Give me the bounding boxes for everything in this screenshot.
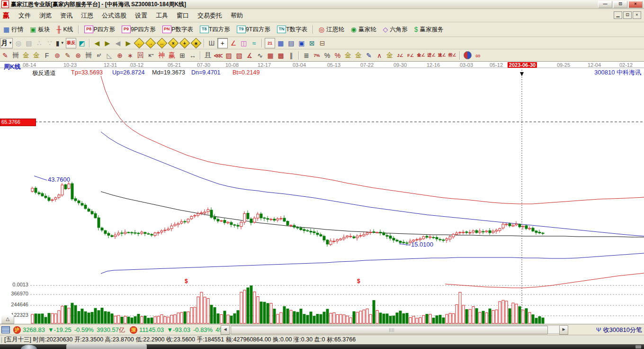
brush-tool[interactable]: ✎ — [0, 51, 10, 60]
extreme-reverse-channel-button[interactable]: 极反 — [66, 38, 76, 48]
last-page-button[interactable]: ▶ — [103, 38, 112, 48]
angle-measure-button[interactable]: ∠ — [229, 38, 238, 48]
gann-wheel-button[interactable]: ◎江恩轮 — [315, 24, 348, 35]
save-button[interactable]: ▣ — [297, 38, 306, 48]
next-page-button[interactable]: ▶ — [124, 38, 133, 48]
start-button[interactable] — [21, 345, 37, 349]
scroll-left-arrow[interactable]: ◀ — [221, 325, 230, 335]
grow-x-diamond-button[interactable]: → — [145, 37, 156, 48]
9t-square-button[interactable]: T99T四方形 — [233, 24, 274, 35]
dense-grid2-tool[interactable]: ▩ — [276, 51, 286, 60]
angle-fan-tool[interactable]: ∡ — [245, 51, 254, 60]
tick-grid-tool[interactable]: 卌 — [11, 51, 20, 60]
j-angle-tool[interactable]: J∠ — [395, 51, 405, 60]
child-close-button[interactable]: × — [633, 11, 641, 19]
quotes-grid-icon[interactable] — [1, 326, 10, 333]
ying-grid-tool[interactable]: 赢 — [167, 51, 177, 60]
f-angle-tool[interactable]: F∠ — [406, 51, 415, 60]
spiral-tool[interactable]: ⊚ — [53, 51, 62, 60]
shen-grid-tool[interactable]: 神 — [157, 51, 166, 60]
crosshair-button[interactable]: + — [217, 38, 228, 48]
gann-gold-grid-tool[interactable]: 金 — [21, 51, 31, 60]
menu-item-8[interactable]: 交易委托 — [193, 10, 226, 21]
hexagon-button[interactable]: ◇六角形 — [380, 24, 411, 35]
triangle-ruler-tool[interactable]: ◺ — [105, 51, 114, 60]
speed-angle-tool[interactable]: 速∠ — [437, 51, 447, 60]
gold-angle-tool[interactable]: 金∠ — [416, 51, 426, 60]
time-wheel-tool[interactable]: ⊛ — [73, 51, 83, 60]
tick-feed-label[interactable]: 收300810分笔 — [603, 326, 642, 334]
expand-4way-diamond-button[interactable]: + — [179, 37, 190, 48]
menu-item-2[interactable]: 资讯 — [56, 10, 77, 21]
f-grid-tool[interactable]: F — [42, 51, 52, 60]
taiji-icon[interactable] — [463, 51, 472, 60]
menu-item-1[interactable]: 浏览 — [35, 10, 56, 21]
gann-gold-grid2-tool[interactable]: 金 — [32, 51, 41, 60]
gold-band-tool[interactable]: 金 — [385, 51, 394, 60]
span-arrow-tool[interactable]: ↔ — [188, 51, 197, 60]
compress-diamond-button[interactable]: × — [168, 37, 179, 48]
menu-item-6[interactable]: 工具 — [152, 10, 172, 21]
gate-tool[interactable]: 且 — [203, 51, 213, 60]
expand-x-diamond-button[interactable]: ↔ — [157, 37, 168, 48]
infinity-icon[interactable]: ∞ — [473, 51, 483, 60]
winner-wheel-button[interactable]: ◉赢家轮 — [348, 24, 380, 35]
menu-item-3[interactable]: 江恩 — [77, 10, 98, 21]
parallel-lines-tool[interactable]: ∥ — [286, 51, 296, 60]
starburst-tool[interactable]: ∗ — [125, 51, 135, 60]
t-number-table-button[interactable]: TNT数字表 — [274, 24, 311, 35]
scroll-right-arrow[interactable]: ▶ — [559, 325, 568, 335]
square-target-tool[interactable]: 回 — [136, 51, 145, 60]
p-square-button[interactable]: P8P四方形 — [81, 24, 118, 35]
t-square-button[interactable]: T8T四方形 — [197, 24, 233, 35]
fan-lines-tool[interactable]: ⋘ — [214, 51, 223, 60]
taskbar-app-button[interactable] — [66, 344, 147, 349]
wave-tool-button[interactable]: ≈ — [250, 38, 259, 48]
circle-cross-tool[interactable]: ⊕ — [115, 51, 125, 60]
marker-pen-tool[interactable]: ✎ — [63, 51, 72, 60]
menu-item-4[interactable]: 公式选股 — [98, 10, 131, 21]
child-restore-button[interactable]: ⊡ — [623, 11, 632, 19]
percent-line-tool[interactable]: % — [333, 51, 342, 60]
winner-service-button[interactable]: $赢家服务 — [411, 24, 447, 35]
notebook-button[interactable]: ▤ — [286, 38, 296, 48]
n-square-tool[interactable]: n² — [94, 51, 104, 60]
minimize-button[interactable]: — — [598, 1, 612, 8]
scrollbar-thumb[interactable] — [231, 326, 548, 334]
prev-page-button[interactable]: ◀ — [113, 38, 123, 48]
pan-hand-button[interactable]: Ш — [207, 38, 216, 48]
restore-button[interactable]: ⊡ — [613, 1, 627, 8]
k-quote-tool[interactable]: K″ — [146, 51, 156, 60]
fan-box2-tool[interactable]: ▧ — [234, 51, 244, 60]
range-angle-tool[interactable]: 些∠ — [447, 51, 457, 60]
menu-item-9[interactable]: 帮助 — [226, 10, 247, 21]
menu-item-0[interactable]: 文件 — [14, 10, 35, 21]
zigzag-tool[interactable]: ∿ — [255, 51, 265, 60]
kline-chart-canvas[interactable] — [0, 62, 644, 324]
fan-box-tool[interactable]: ▨ — [224, 51, 233, 60]
gold-section-tool[interactable]: 金 — [354, 51, 363, 60]
first-page-button[interactable]: ◀ — [92, 38, 102, 48]
mail-button[interactable]: ⊠ — [307, 38, 317, 48]
price-ladder-tool[interactable]: ≣ — [302, 51, 311, 60]
shrink-x-diamond-button[interactable]: ← — [134, 37, 145, 48]
sectors-button[interactable]: ▣板块 — [27, 24, 53, 35]
advance-angle-tool[interactable]: 进∠ — [427, 51, 436, 60]
calendar-button[interactable]: 21 — [265, 38, 275, 48]
child-minimize-button[interactable]: ▁ — [614, 11, 622, 19]
chart-h-scrollbar[interactable]: ◀ ▶ — [221, 325, 568, 334]
wave-band-tool[interactable]: ∧ — [375, 51, 384, 60]
full-view-diamond-button[interactable]: ∗ — [191, 37, 202, 48]
delivery-button[interactable]: ⊟ — [318, 38, 327, 48]
menu-item-7[interactable]: 窗口 — [172, 10, 193, 21]
ruler-tick-tool[interactable]: 卌 — [84, 51, 93, 60]
9p-square-button[interactable]: P99P四方形 — [118, 24, 159, 35]
percent-retrace-tool[interactable]: 7% — [312, 51, 322, 60]
percent-tool[interactable]: % — [322, 51, 332, 60]
scrollbar-track[interactable] — [230, 325, 559, 334]
period-month-dropdown[interactable]: 月▼ — [0, 38, 13, 48]
calculator-button[interactable]: ▦ — [276, 38, 286, 48]
gold-circle-tool[interactable]: 金 — [343, 51, 353, 60]
menu-item-5[interactable]: 设置 — [131, 10, 152, 21]
gann-box-button[interactable]: ◫ — [239, 38, 249, 48]
